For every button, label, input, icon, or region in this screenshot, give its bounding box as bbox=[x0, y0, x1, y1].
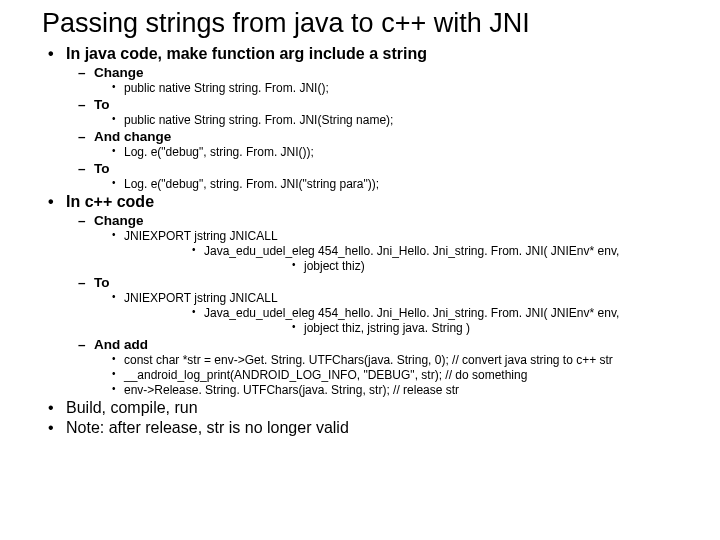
code-line: jobject thiz, jstring java. String ) bbox=[94, 321, 696, 335]
text: Change bbox=[94, 213, 144, 228]
sub-to-2: To Log. e("debug", string. From. JNI("st… bbox=[66, 161, 696, 191]
code-line: JNIEXPORT jstring JNICALL bbox=[94, 291, 696, 305]
bullet-list: In java code, make function arg include … bbox=[42, 45, 696, 437]
sub-and-add: And add const char *str = env->Get. Stri… bbox=[66, 337, 696, 397]
text: And change bbox=[94, 129, 171, 144]
text: To bbox=[94, 275, 110, 290]
code-line: const char *str = env->Get. String. UTFC… bbox=[94, 353, 696, 367]
code-line: public native String string. From. JNI(S… bbox=[94, 113, 696, 127]
sub-and-change: And change Log. e("debug", string. From.… bbox=[66, 129, 696, 159]
text: In java code, make function arg include … bbox=[66, 45, 427, 62]
bullet-build: Build, compile, run bbox=[42, 399, 696, 417]
sub-to-cpp: To JNIEXPORT jstring JNICALL Java_edu_ud… bbox=[66, 275, 696, 335]
slide-title: Passing strings from java to c++ with JN… bbox=[42, 8, 696, 39]
text: Change bbox=[94, 65, 144, 80]
text: To bbox=[94, 97, 110, 112]
sub-to: To public native String string. From. JN… bbox=[66, 97, 696, 127]
bullet-note: Note: after release, str is no longer va… bbox=[42, 419, 696, 437]
text: In c++ code bbox=[66, 193, 154, 210]
code-line: jobject thiz) bbox=[94, 259, 696, 273]
code-line: env->Release. String. UTFChars(java. Str… bbox=[94, 383, 696, 397]
sub-change: Change public native String string. From… bbox=[66, 65, 696, 95]
code-line: __android_log_print(ANDROID_LOG_INFO, "D… bbox=[94, 368, 696, 382]
text: And add bbox=[94, 337, 148, 352]
code-line: Java_edu_udel_eleg 454_hello. Jni_Hello.… bbox=[94, 306, 696, 320]
code-line: Java_edu_udel_eleg 454_hello. Jni_Hello.… bbox=[94, 244, 696, 258]
code-line: Log. e("debug", string. From. JNI()); bbox=[94, 145, 696, 159]
text: To bbox=[94, 161, 110, 176]
bullet-java-code: In java code, make function arg include … bbox=[42, 45, 696, 191]
code-line: JNIEXPORT jstring JNICALL bbox=[94, 229, 696, 243]
sub-change-cpp: Change JNIEXPORT jstring JNICALL Java_ed… bbox=[66, 213, 696, 273]
code-line: public native String string. From. JNI()… bbox=[94, 81, 696, 95]
bullet-cpp-code: In c++ code Change JNIEXPORT jstring JNI… bbox=[42, 193, 696, 397]
code-line: Log. e("debug", string. From. JNI("strin… bbox=[94, 177, 696, 191]
slide: Passing strings from java to c++ with JN… bbox=[0, 0, 720, 453]
